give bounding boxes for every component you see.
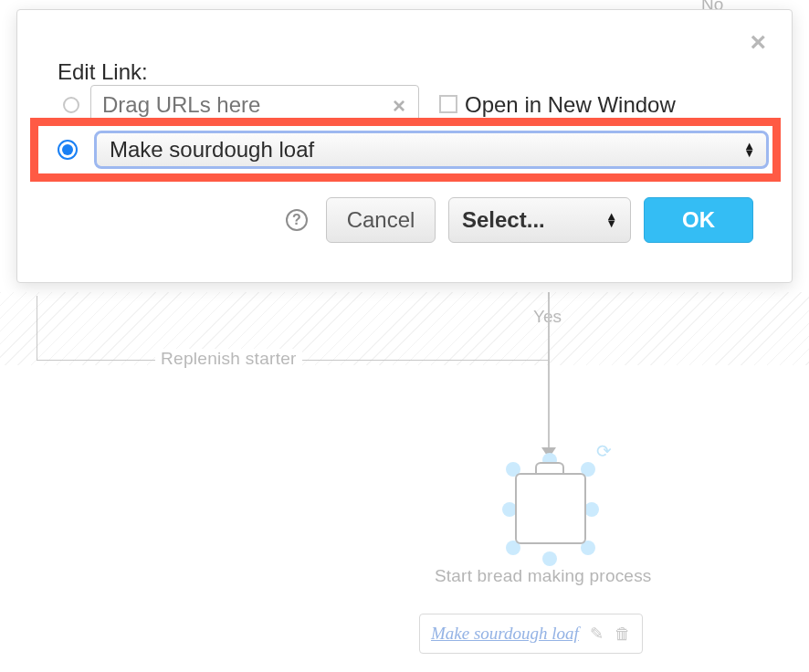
chevron-updown-icon: ▲▼ bbox=[605, 213, 617, 228]
resize-handle[interactable] bbox=[542, 551, 557, 566]
close-icon[interactable]: × bbox=[750, 28, 766, 56]
action-select-dropdown[interactable]: Select... ▲▼ bbox=[448, 197, 631, 243]
pencil-icon[interactable]: ✎ bbox=[590, 624, 604, 644]
subroutine-shape-selected[interactable]: ⟳ bbox=[510, 453, 592, 562]
link-chip-label[interactable]: Make sourdough loaf bbox=[431, 624, 579, 644]
dialog-button-row: ? Cancel Select... ▲▼ OK bbox=[17, 197, 792, 243]
resize-handle[interactable] bbox=[584, 502, 599, 517]
action-select-label: Select... bbox=[462, 207, 545, 233]
edge-line bbox=[548, 292, 550, 449]
subroutine-body bbox=[515, 473, 586, 544]
edit-link-dialog: × Edit Link: × Open in New Window Make s… bbox=[16, 9, 793, 283]
rotate-handle-icon[interactable]: ⟳ bbox=[596, 440, 612, 462]
open-new-window-label: Open in New Window bbox=[465, 92, 676, 118]
link-chip[interactable]: Make sourdough loaf ✎ 🗑 bbox=[419, 614, 643, 654]
radio-url-option[interactable] bbox=[63, 97, 79, 113]
open-new-window-checkbox[interactable] bbox=[439, 95, 457, 113]
cancel-button[interactable]: Cancel bbox=[326, 197, 436, 243]
clear-input-icon[interactable]: × bbox=[393, 93, 405, 119]
edge-label-replenish: Replenish starter bbox=[155, 349, 302, 369]
highlight-annotation: Make sourdough loaf ▲▼ bbox=[30, 118, 781, 182]
radio-page-option[interactable] bbox=[58, 140, 78, 160]
edge-line bbox=[37, 296, 37, 360]
chevron-updown-icon: ▲▼ bbox=[743, 142, 755, 158]
hatch-pattern bbox=[0, 292, 809, 365]
ok-button[interactable]: OK bbox=[644, 197, 753, 243]
link-target-select-value: Make sourdough loaf bbox=[110, 137, 314, 163]
help-icon[interactable]: ? bbox=[286, 209, 308, 231]
trash-icon[interactable]: 🗑 bbox=[615, 625, 631, 644]
dialog-title: Edit Link: bbox=[58, 59, 148, 85]
shape-caption: Start bread making process bbox=[435, 566, 652, 586]
link-target-select[interactable]: Make sourdough loaf ▲▼ bbox=[94, 131, 769, 169]
